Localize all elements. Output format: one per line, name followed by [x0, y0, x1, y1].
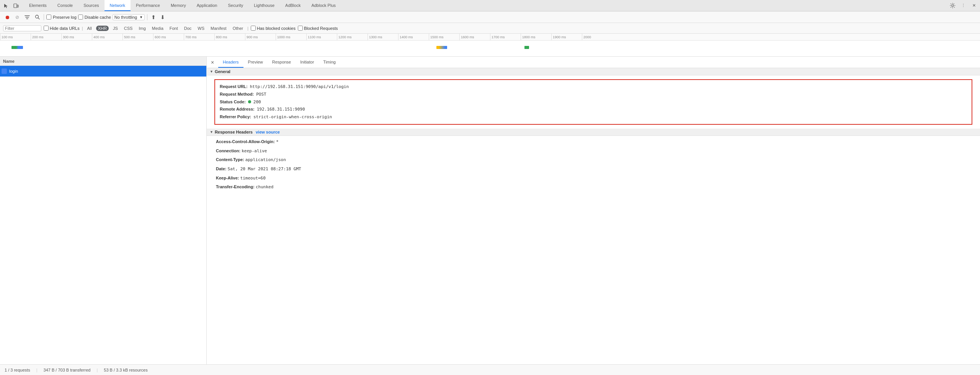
- has-blocked-cookies-checkbox[interactable]: [251, 26, 256, 31]
- request-list[interactable]: login: [0, 66, 206, 364]
- response-header-label: Connection:: [216, 148, 240, 153]
- more-icon[interactable]: ⋮: [959, 1, 968, 10]
- filter-media[interactable]: Media: [150, 26, 165, 31]
- response-header-value: *: [276, 139, 279, 144]
- timeline-tick: 1800 ms: [521, 34, 551, 41]
- filter-bar: Hide data URLs | All XHR JS CSS Img Medi…: [0, 23, 980, 34]
- request-type-icon: [2, 68, 7, 74]
- close-devtools-icon[interactable]: ✕: [969, 1, 978, 10]
- blocked-requests-label[interactable]: Blocked Requests: [298, 26, 338, 31]
- remote-address-value: 192.168.31.151:9090: [257, 106, 305, 113]
- network-toolbar: ⏺ ⊘ Preserve log Disable cache No thrott…: [0, 11, 980, 23]
- request-method-label: Request Method:: [220, 91, 254, 98]
- stop-record-button[interactable]: ⊘: [13, 13, 21, 21]
- disable-cache-checkbox[interactable]: [78, 15, 83, 20]
- timeline-bar-2: [436, 46, 447, 49]
- timeline-tick: 300 ms: [61, 34, 92, 41]
- status-sep-2: |: [96, 368, 98, 372]
- status-dot-icon: [248, 100, 251, 103]
- tab-performance[interactable]: Performance: [131, 0, 165, 11]
- status-code-label: Status Code:: [220, 98, 246, 106]
- filter-ws[interactable]: WS: [196, 26, 206, 31]
- timeline-tick: 500 ms: [122, 34, 153, 41]
- filter-img[interactable]: Img: [137, 26, 147, 31]
- general-toggle-icon: ▼: [210, 70, 213, 73]
- download-icon[interactable]: ⬇: [159, 13, 167, 21]
- timeline-tick: 1500 ms: [429, 34, 459, 41]
- blocked-requests-checkbox[interactable]: [298, 26, 303, 31]
- tab-headers[interactable]: Headers: [218, 57, 243, 68]
- hide-data-urls-checkbox[interactable]: [44, 26, 49, 31]
- toolbar-divider-1: [44, 14, 44, 20]
- settings-icon[interactable]: [948, 1, 957, 10]
- upload-icon[interactable]: ⬆: [150, 13, 157, 21]
- disable-cache-checkbox-label[interactable]: Disable cache: [78, 15, 111, 20]
- tab-lighthouse[interactable]: Lighthouse: [248, 0, 280, 11]
- remote-address-label: Remote Address:: [220, 106, 255, 113]
- timeline-tick: 700 ms: [184, 34, 214, 41]
- svg-rect-0: [14, 4, 17, 8]
- timeline-tick: 1000 ms: [276, 34, 306, 41]
- response-header-value: chunked: [256, 184, 273, 189]
- filter-js[interactable]: JS: [111, 26, 120, 31]
- svg-point-3: [35, 15, 38, 18]
- search-icon[interactable]: [33, 13, 41, 21]
- tab-sources[interactable]: Sources: [78, 0, 104, 11]
- filter-icon[interactable]: [23, 13, 31, 21]
- request-row-login[interactable]: login: [0, 66, 206, 77]
- tab-security[interactable]: Security: [222, 0, 248, 11]
- tab-preview[interactable]: Preview: [243, 57, 268, 68]
- filter-input[interactable]: [5, 26, 36, 31]
- tab-adblock[interactable]: AdBlock: [280, 0, 306, 11]
- response-header-row: Transfer-Encoding: chunked: [207, 183, 980, 192]
- response-header-row: Keep-Alive: timeout=60: [207, 174, 980, 183]
- view-source-link[interactable]: view source: [256, 130, 280, 134]
- timeline-tick: 400 ms: [92, 34, 122, 41]
- response-header-value: timeout=60: [240, 176, 266, 181]
- timeline-tick: 1700 ms: [490, 34, 521, 41]
- close-detail-button[interactable]: ×: [208, 58, 217, 67]
- record-button[interactable]: ⏺: [3, 13, 11, 21]
- response-header-label: Content-Type:: [216, 157, 244, 162]
- tab-timing[interactable]: Timing: [318, 57, 340, 68]
- tab-adblockplus[interactable]: Adblock Plus: [306, 0, 341, 11]
- timeline-tick: 1100 ms: [306, 34, 337, 41]
- response-header-value: application/json: [245, 157, 286, 162]
- tab-application[interactable]: Application: [191, 0, 223, 11]
- timeline-tick: 800 ms: [214, 34, 245, 41]
- svg-rect-1: [17, 5, 18, 7]
- cursor-icon[interactable]: [2, 1, 11, 10]
- tab-memory[interactable]: Memory: [165, 0, 191, 11]
- response-headers-section-header[interactable]: ▼ Response Headers view source: [207, 129, 980, 136]
- timeline-bar-3: [524, 46, 529, 49]
- tab-network[interactable]: Network: [105, 0, 131, 11]
- preserve-log-checkbox[interactable]: [46, 15, 51, 20]
- main-split: Name login × Headers Preview: [0, 57, 980, 364]
- filter-manifest[interactable]: Manifest: [209, 26, 229, 31]
- tab-initiator[interactable]: Initiator: [296, 57, 318, 68]
- svg-point-2: [952, 5, 954, 7]
- timeline-tick: 1400 ms: [398, 34, 429, 41]
- filter-all[interactable]: All: [85, 26, 94, 31]
- tab-response[interactable]: Response: [268, 57, 296, 68]
- status-requests: 1 / 3 requests: [5, 368, 30, 372]
- hide-data-urls-label[interactable]: Hide data URLs: [44, 26, 80, 31]
- timeline-tick: 1300 ms: [368, 34, 398, 41]
- timeline-tick: 900 ms: [245, 34, 276, 41]
- filter-xhr[interactable]: XHR: [96, 26, 109, 31]
- filter-other[interactable]: Other: [231, 26, 245, 31]
- tab-elements[interactable]: Elements: [24, 0, 52, 11]
- filter-css[interactable]: CSS: [122, 26, 135, 31]
- general-section-header[interactable]: ▼ General: [207, 68, 980, 75]
- throttle-dropdown[interactable]: No throttling ▼: [113, 14, 145, 20]
- request-name-label: login: [9, 69, 205, 73]
- timeline-ruler: 100 ms200 ms300 ms400 ms500 ms600 ms700 …: [0, 34, 980, 41]
- filter-font[interactable]: Font: [168, 26, 180, 31]
- tab-console[interactable]: Console: [52, 0, 78, 11]
- device-icon[interactable]: [11, 1, 21, 10]
- filter-sep-1: |: [82, 26, 83, 31]
- filter-doc[interactable]: Doc: [182, 26, 194, 31]
- has-blocked-cookies-label[interactable]: Has blocked cookies: [251, 26, 296, 31]
- preserve-log-checkbox-label[interactable]: Preserve log: [46, 15, 77, 20]
- timeline-tick: 100 ms: [0, 34, 31, 41]
